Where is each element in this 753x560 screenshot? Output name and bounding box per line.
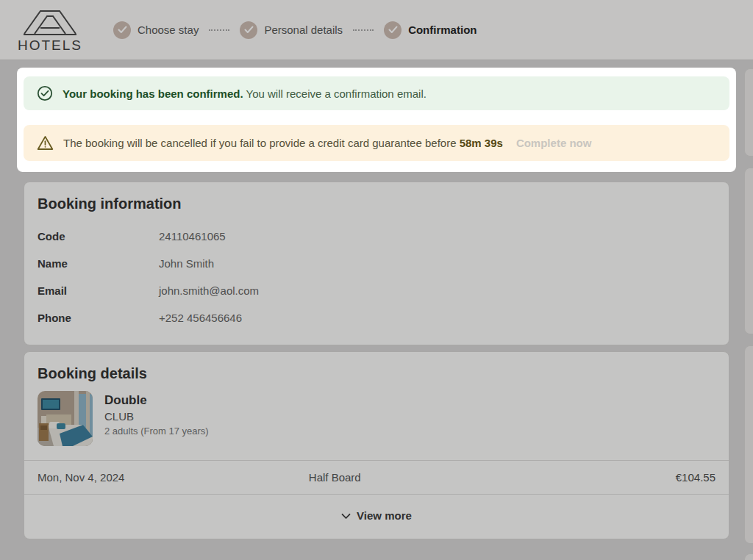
step-choose-stay[interactable]: Choose stay — [113, 21, 199, 39]
stepper-dots — [209, 29, 229, 31]
room-rate-plan: CLUB — [104, 410, 209, 423]
view-more-label: View more — [357, 509, 412, 522]
stay-date: Mon, Nov 4, 2024 — [38, 471, 309, 484]
info-row-phone: Phone +252 456456646 — [38, 304, 715, 331]
booking-confirmed-banner: Your booking has been confirmed. You wil… — [24, 76, 729, 110]
booking-details-card: Booking details — [24, 351, 729, 539]
field-label: Code — [38, 230, 159, 243]
chevron-down-icon — [341, 509, 351, 522]
booking-information-title: Booking information — [38, 195, 715, 212]
info-row-code: Code 24110461065 — [38, 223, 715, 250]
view-more-button[interactable]: View more — [24, 495, 729, 539]
check-circle-icon — [240, 21, 257, 39]
room-name: Double — [104, 393, 209, 408]
booking-information-card: Booking information Code 24110461065 Nam… — [24, 182, 729, 345]
step-label: Choose stay — [138, 24, 199, 36]
step-personal-details[interactable]: Personal details — [240, 21, 343, 39]
progress-stepper: Choose stay Personal details Confirmatio… — [113, 21, 477, 39]
field-value: +252 456456646 — [159, 312, 715, 324]
success-text: Your booking has been confirmed. You wil… — [63, 87, 427, 100]
complete-now-link[interactable]: Complete now — [516, 137, 592, 149]
field-value: John Smith — [159, 257, 715, 270]
header: HOTELS Choose stay Personal details — [0, 0, 753, 60]
field-value: john.smith@aol.com — [159, 284, 715, 297]
info-row-email: Email john.smith@aol.com — [38, 277, 715, 304]
sliver-card — [744, 168, 753, 334]
stay-price: €104.55 — [676, 471, 715, 484]
warning-message: The booking will be cancelled if you fai… — [63, 137, 460, 149]
right-edge-content-slivers — [744, 0, 753, 560]
success-title: Your booking has been confirmed. — [63, 87, 243, 100]
booking-details-head: Booking details — [24, 352, 729, 460]
brand-logo[interactable]: HOTELS — [22, 7, 78, 52]
stay-rate-row: Mon, Nov 4, 2024 Half Board €104.55 — [24, 460, 729, 495]
alerts-highlight-region: Your booking has been confirmed. You wil… — [17, 68, 736, 172]
hotel-roof-logo-icon — [23, 7, 77, 37]
room-meta: Double CLUB 2 adults (From 17 years) — [104, 391, 209, 446]
room-summary: Double CLUB 2 adults (From 17 years) — [38, 391, 715, 460]
field-value: 24110461065 — [159, 230, 715, 243]
board-type: Half Board — [309, 471, 676, 484]
step-confirmation[interactable]: Confirmation — [384, 21, 477, 39]
stepper-dots — [353, 29, 374, 31]
check-circle-icon — [384, 21, 402, 39]
warning-text: The booking will be cancelled if you fai… — [63, 137, 591, 149]
field-label: Email — [38, 284, 159, 297]
sliver-card — [744, 553, 753, 560]
countdown-timer: 58m 39s — [460, 137, 503, 149]
room-occupancy: 2 adults (From 17 years) — [104, 426, 209, 437]
booking-details-title: Booking details — [38, 365, 715, 382]
warning-triangle-icon — [37, 135, 54, 151]
brand-name: HOTELS — [18, 38, 82, 52]
success-message: You will receive a confirmation email. — [246, 87, 427, 100]
sliver-card — [744, 68, 753, 157]
field-label: Name — [38, 257, 159, 270]
sliver-card — [744, 345, 753, 544]
main-content: Your booking has been confirmed. You wil… — [0, 68, 753, 539]
check-circle-icon — [113, 21, 131, 39]
field-label: Phone — [38, 312, 159, 324]
room-photo — [38, 391, 93, 446]
booking-confirmation-page: HOTELS Choose stay Personal details — [0, 0, 753, 560]
success-check-circle-icon — [37, 85, 53, 101]
step-label: Personal details — [264, 24, 343, 36]
info-row-name: Name John Smith — [38, 250, 715, 277]
guarantee-warning-banner: The booking will be cancelled if you fai… — [24, 125, 729, 161]
step-label: Confirmation — [408, 24, 477, 36]
